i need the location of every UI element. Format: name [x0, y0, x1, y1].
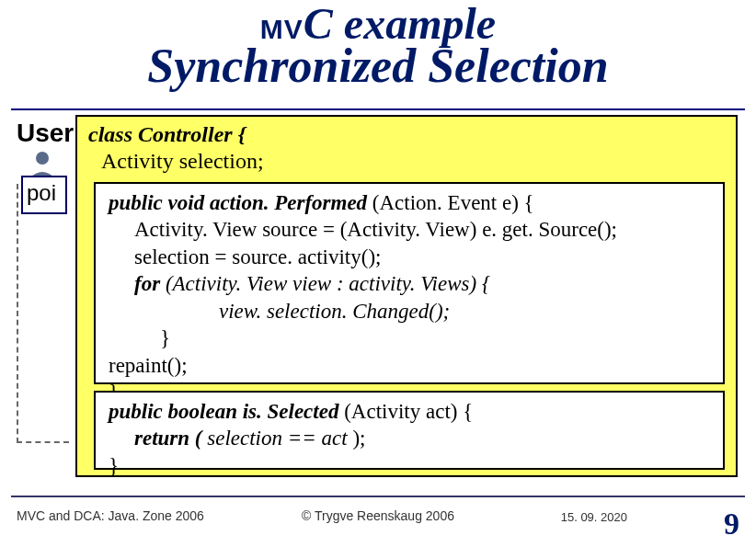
page-number: 9 — [724, 507, 739, 541]
method-name: is. Selected — [243, 400, 345, 423]
code-line: for (Activity. View view : activity. Vie… — [109, 270, 714, 297]
field-declaration: Activity selection; — [101, 149, 727, 174]
class-declaration: class Controller { — [88, 122, 246, 146]
footer-date: 15. 09. 2020 — [561, 510, 627, 524]
svg-point-0 — [36, 152, 49, 165]
code-expr: selection == act — [207, 427, 352, 450]
method-name: action. Performed — [210, 191, 372, 214]
footer-center: © Trygve Reenskaug 2006 — [0, 508, 756, 523]
code-line: selection = source. activity(); — [109, 244, 714, 270]
class-header: class Controller { Activity selection; — [77, 117, 736, 176]
slide: MVC example Synchronized Selection User … — [0, 0, 756, 547]
code-line: Activity. View source = (Activity. View)… — [109, 216, 714, 243]
user-label: User — [17, 119, 74, 148]
code-line: } — [109, 454, 119, 477]
poi-box: poi — [21, 176, 67, 214]
code-line: return ( selection == act ); — [109, 425, 714, 451]
code-line: } — [109, 325, 714, 351]
code-keyword: public boolean — [109, 400, 243, 423]
code-keyword: for — [134, 272, 166, 295]
code-params: (Activity act) { — [344, 400, 473, 423]
code-text: ); — [352, 427, 365, 450]
poi-text: poi — [27, 180, 56, 205]
code-foreach: (Activity. View view : activity. Views) … — [166, 272, 490, 295]
code-keyword: return ( — [134, 427, 207, 450]
code-params: (Action. Event e) { — [372, 191, 534, 214]
code-keyword: public void — [109, 191, 210, 214]
method-actionperformed: public void action. Performed (Action. E… — [94, 182, 725, 384]
divider-top — [11, 108, 745, 110]
title-block: MVC example Synchronized Selection — [0, 0, 756, 90]
dashed-outline — [17, 184, 69, 443]
footer: MVC and DCA: Java. Zone 2006 © Trygve Re… — [0, 496, 756, 547]
title-subtitle: Synchronized Selection — [0, 42, 756, 90]
divider-bottom — [11, 496, 745, 497]
method-isselected: public boolean is. Selected (Activity ac… — [94, 391, 725, 470]
code-line: repaint(); — [109, 354, 188, 377]
code-line: view. selection. Changed(); — [109, 298, 714, 325]
class-box: class Controller { Activity selection; p… — [75, 115, 738, 477]
